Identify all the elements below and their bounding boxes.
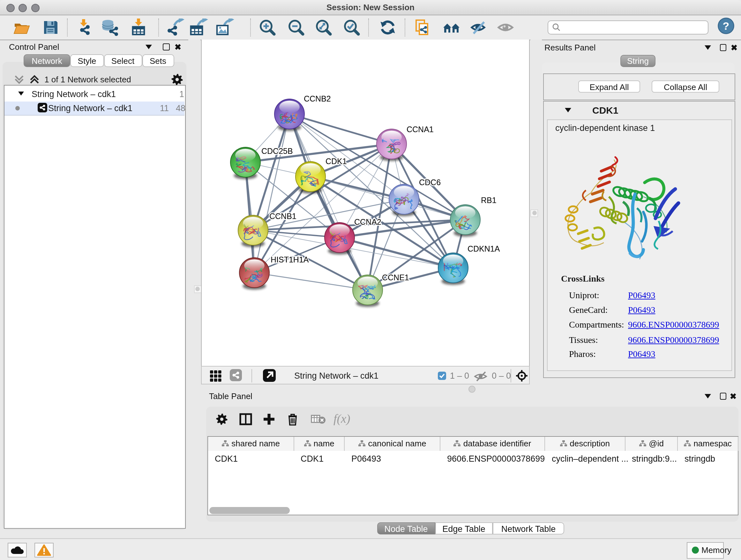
svg-text:CCNA2: CCNA2 <box>354 217 381 226</box>
svg-text:RB1: RB1 <box>481 196 496 205</box>
svg-text:CDC6: CDC6 <box>419 178 441 187</box>
svg-text:CDKN1A: CDKN1A <box>467 244 500 253</box>
svg-text:HIST1H1A: HIST1H1A <box>270 255 309 264</box>
svg-text:CDC25B: CDC25B <box>261 146 293 155</box>
svg-text:?: ? <box>723 20 730 32</box>
svg-text:CCNA1: CCNA1 <box>406 125 433 134</box>
svg-text:CCNE1: CCNE1 <box>382 273 409 282</box>
svg-text:CDK1: CDK1 <box>325 157 347 166</box>
svg-text:CCNB2: CCNB2 <box>304 94 331 103</box>
svg-text:CCNB1: CCNB1 <box>269 212 296 221</box>
